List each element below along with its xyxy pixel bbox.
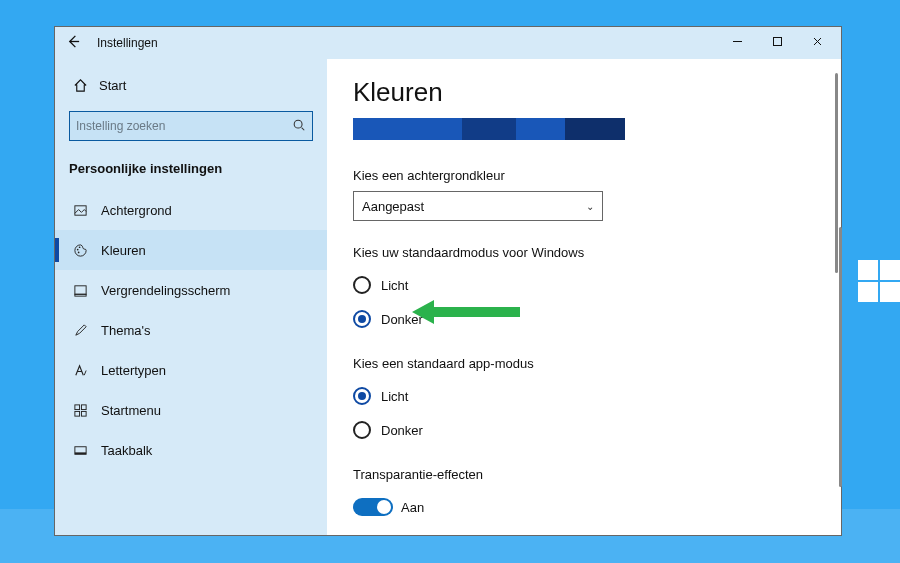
sidebar-item-label: Kleuren xyxy=(101,243,146,258)
minimize-icon xyxy=(732,36,743,47)
sidebar-item-lettertypen[interactable]: Lettertypen xyxy=(55,350,327,390)
svg-rect-8 xyxy=(74,404,79,409)
close-button[interactable] xyxy=(797,36,837,50)
svg-rect-6 xyxy=(74,285,85,293)
svg-rect-11 xyxy=(81,411,86,416)
home-icon xyxy=(69,78,91,93)
sidebar-item-label: Thema's xyxy=(101,323,150,338)
transparency-toggle-row: Aan xyxy=(353,490,815,524)
svg-rect-0 xyxy=(773,38,781,46)
window-title: Instellingen xyxy=(97,36,158,50)
svg-rect-2 xyxy=(74,205,85,214)
radio-label: Licht xyxy=(381,389,408,404)
svg-rect-9 xyxy=(81,404,86,409)
svg-point-4 xyxy=(78,246,80,248)
svg-point-1 xyxy=(294,120,302,128)
brush-icon xyxy=(69,323,91,338)
sidebar-item-label: Achtergrond xyxy=(101,203,172,218)
sidebar-item-taakbalk[interactable]: Taakbalk xyxy=(55,430,327,470)
sidebar-item-vergrendelingsscherm[interactable]: Vergrendelingsscherm xyxy=(55,270,327,310)
minimize-button[interactable] xyxy=(717,36,757,50)
search-box[interactable] xyxy=(69,111,313,141)
app-mode-group: Licht Donker xyxy=(353,379,815,447)
palette-icon xyxy=(69,243,91,258)
windows-logo-desktop xyxy=(858,260,888,290)
app-mode-light[interactable]: Licht xyxy=(353,379,815,413)
windows-mode-dark[interactable]: Donker xyxy=(353,302,815,336)
font-icon xyxy=(69,363,91,378)
color-preview-strip xyxy=(353,118,625,140)
sidebar-item-label: Vergrendelingsscherm xyxy=(101,283,230,298)
transparency-label: Transparantie-effecten xyxy=(353,467,815,482)
radio-label: Licht xyxy=(381,278,408,293)
svg-rect-7 xyxy=(74,294,85,296)
back-arrow-icon xyxy=(66,34,81,49)
app-mode-label: Kies een standaard app-modus xyxy=(353,356,815,371)
settings-window: Instellingen Start Pers xyxy=(54,26,842,536)
bg-color-select[interactable]: Aangepast ⌄ xyxy=(353,191,603,221)
home-label: Start xyxy=(99,78,126,93)
sidebar-item-achtergrond[interactable]: Achtergrond xyxy=(55,190,327,230)
transparency-value: Aan xyxy=(401,500,424,515)
sidebar-item-label: Startmenu xyxy=(101,403,161,418)
radio-icon xyxy=(353,276,371,294)
page-title: Kleuren xyxy=(353,77,815,108)
titlebar: Instellingen xyxy=(55,27,841,59)
content-scrollbar[interactable] xyxy=(835,73,838,273)
lockscreen-icon xyxy=(69,283,91,298)
radio-icon xyxy=(353,310,371,328)
back-button[interactable] xyxy=(59,34,87,52)
radio-icon xyxy=(353,421,371,439)
maximize-button[interactable] xyxy=(757,36,797,50)
taskbar-icon xyxy=(69,443,91,458)
svg-point-3 xyxy=(76,248,78,250)
sidebar-item-themas[interactable]: Thema's xyxy=(55,310,327,350)
maximize-icon xyxy=(772,36,783,47)
bg-color-label: Kies een achtergrondkleur xyxy=(353,168,815,183)
app-mode-dark[interactable]: Donker xyxy=(353,413,815,447)
home-button[interactable]: Start xyxy=(55,69,327,101)
radio-label: Donker xyxy=(381,423,423,438)
windows-mode-light[interactable]: Licht xyxy=(353,268,815,302)
transparency-toggle[interactable] xyxy=(353,498,393,516)
picture-icon xyxy=(69,203,91,218)
radio-label: Donker xyxy=(381,312,423,327)
window-scrollbar[interactable] xyxy=(839,227,842,487)
bg-color-select-value: Aangepast xyxy=(362,199,424,214)
sidebar-item-label: Lettertypen xyxy=(101,363,166,378)
sidebar-item-label: Taakbalk xyxy=(101,443,152,458)
close-icon xyxy=(812,36,823,47)
chevron-down-icon: ⌄ xyxy=(586,201,594,212)
windows-mode-label: Kies uw standaardmodus voor Windows xyxy=(353,245,815,260)
search-input[interactable] xyxy=(76,119,292,133)
svg-rect-13 xyxy=(74,452,85,454)
sidebar-section-title: Persoonlijke instellingen xyxy=(55,155,327,190)
startmenu-icon xyxy=(69,403,91,418)
svg-point-5 xyxy=(77,251,79,253)
search-icon xyxy=(292,118,306,135)
sidebar-item-startmenu[interactable]: Startmenu xyxy=(55,390,327,430)
windows-mode-group: Licht Donker xyxy=(353,268,815,336)
sidebar: Start Persoonlijke instellingen Achtergr… xyxy=(55,59,327,535)
radio-icon xyxy=(353,387,371,405)
content-pane: Kleuren Kies een achtergrondkleur Aangep… xyxy=(327,59,841,535)
sidebar-item-kleuren[interactable]: Kleuren xyxy=(55,230,327,270)
svg-rect-10 xyxy=(74,411,79,416)
